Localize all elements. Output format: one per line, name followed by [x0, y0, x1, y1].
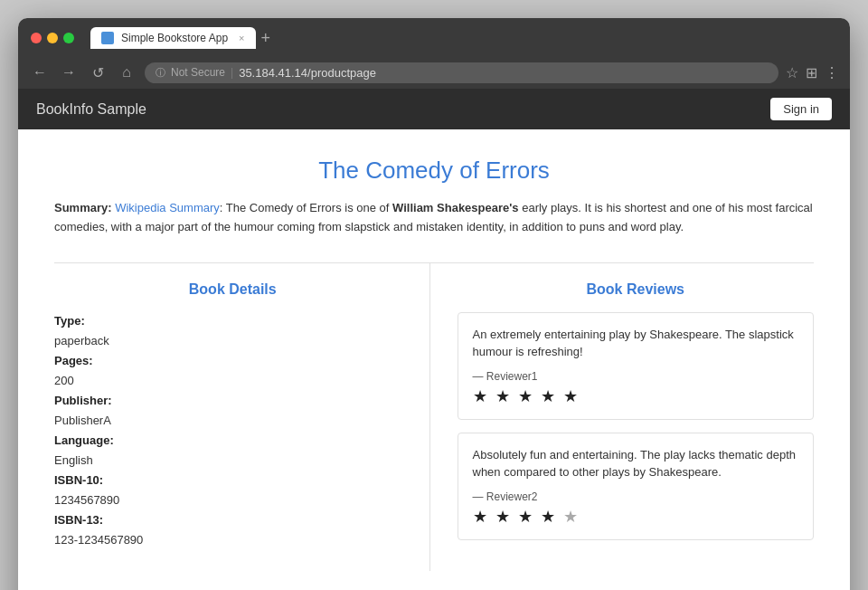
pages-value: 200	[54, 374, 74, 387]
summary-bold-1: William Shakespeare's	[392, 201, 519, 214]
publisher-row: Publisher:	[54, 392, 411, 408]
book-reviews-column: Book Reviews An extremely entertaining p…	[430, 263, 815, 571]
isbn10-label: ISBN-10:	[54, 473, 103, 487]
review-text-1: An extremely entertaining play by Shakes…	[473, 326, 799, 361]
stars-1: ★ ★ ★ ★ ★	[473, 386, 799, 406]
browser-window: Simple Bookstore App × + ← → ↺ ⌂ ⓘ Not S…	[18, 18, 850, 590]
pages-label: Pages:	[54, 354, 93, 367]
type-row: Type:	[54, 312, 411, 328]
isbn13-row: ISBN-13:	[54, 511, 411, 528]
summary-text-1: : The Comedy of Errors is one of	[220, 201, 392, 214]
page-content: The Comedy of Errors Summary: Wikipedia …	[18, 129, 850, 590]
stars-2: ★ ★ ★ ★ ★	[473, 507, 799, 527]
book-reviews-title: Book Reviews	[458, 281, 815, 298]
language-value: English	[54, 453, 93, 467]
book-details-column: Book Details Type: paperback Pages: 200 …	[54, 263, 430, 571]
language-value-row: English	[54, 452, 411, 468]
isbn13-label: ISBN-13:	[54, 513, 103, 527]
traffic-lights	[31, 33, 74, 43]
back-button[interactable]: ←	[29, 62, 51, 83]
pages-value-row: 200	[54, 372, 411, 388]
maximize-button[interactable]	[63, 33, 74, 43]
security-icon: ⓘ	[156, 66, 165, 80]
address-url: 35.184.41.14/productpage	[239, 66, 376, 80]
tab-bar: Simple Bookstore App × +	[90, 27, 837, 49]
toolbar-icons: ☆ ⊞ ⋮	[786, 64, 839, 81]
reload-button[interactable]: ↺	[87, 62, 108, 83]
review-card-2: Absolutely fun and entertaining. The pla…	[458, 433, 815, 540]
close-button[interactable]	[31, 33, 42, 43]
tab-favicon	[101, 32, 114, 44]
isbn10-row: ISBN-10:	[54, 471, 411, 488]
reviewer-2: — Reviewer2	[473, 490, 799, 503]
menu-icon[interactable]: ⋮	[825, 64, 839, 81]
bookmark-icon[interactable]: ☆	[786, 64, 798, 81]
browser-titlebar: Simple Bookstore App × +	[18, 18, 850, 56]
star-empty: ★	[563, 508, 580, 526]
isbn13-value: 123-1234567890	[54, 533, 143, 547]
not-secure-label: Not Secure	[171, 66, 225, 79]
forward-button[interactable]: →	[58, 62, 80, 83]
new-tab-button[interactable]: +	[261, 29, 271, 48]
summary-label: Summary:	[54, 201, 112, 214]
address-bar[interactable]: ⓘ Not Secure | 35.184.41.14/productpage	[145, 62, 778, 83]
publisher-label: Publisher:	[54, 394, 112, 407]
isbn10-value-row: 1234567890	[54, 491, 411, 508]
pages-row: Pages:	[54, 352, 411, 368]
review-card-1: An extremely entertaining play by Shakes…	[458, 312, 815, 420]
review-text-2: Absolutely fun and entertaining. The pla…	[473, 446, 799, 481]
home-button[interactable]: ⌂	[116, 62, 137, 83]
app-header: BookInfo Sample Sign in	[18, 89, 850, 129]
type-value-row: paperback	[54, 332, 411, 348]
browser-toolbar: ← → ↺ ⌂ ⓘ Not Secure | 35.184.41.14/prod…	[18, 56, 850, 89]
tab-title: Simple Bookstore App	[121, 32, 228, 44]
book-title: The Comedy of Errors	[54, 157, 814, 185]
sign-in-button[interactable]: Sign in	[770, 98, 832, 120]
publisher-value-row: PublisherA	[54, 412, 411, 428]
book-summary: Summary: Wikipedia Summary: The Comedy o…	[54, 199, 814, 237]
app-header-title: BookInfo Sample	[36, 101, 146, 118]
book-details-title: Book Details	[54, 281, 411, 298]
publisher-value: PublisherA	[54, 414, 111, 427]
isbn10-value: 1234567890	[54, 493, 119, 507]
minimize-button[interactable]	[47, 33, 58, 43]
wikipedia-link[interactable]: Wikipedia Summary	[115, 201, 220, 214]
type-value: paperback	[54, 334, 109, 347]
tab-close-button[interactable]: ×	[239, 33, 244, 43]
address-separator: |	[231, 66, 233, 79]
isbn13-value-row: 123-1234567890	[54, 531, 411, 547]
reviewer-1: — Reviewer1	[473, 370, 799, 383]
language-row: Language:	[54, 432, 411, 448]
type-label: Type:	[54, 314, 85, 328]
language-label: Language:	[54, 433, 114, 447]
two-column-layout: Book Details Type: paperback Pages: 200 …	[54, 262, 814, 571]
extension-icon[interactable]: ⊞	[806, 64, 817, 81]
active-tab[interactable]: Simple Bookstore App ×	[90, 27, 256, 49]
